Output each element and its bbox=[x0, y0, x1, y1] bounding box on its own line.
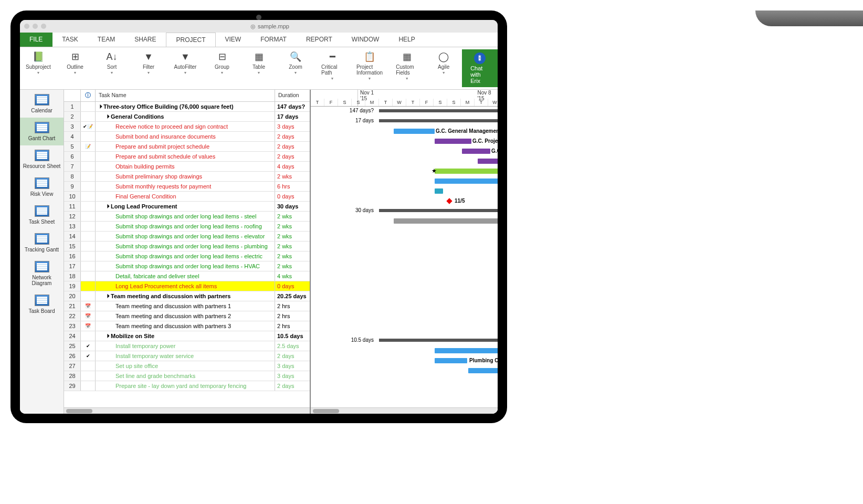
ribbon-critical-path[interactable]: ━Critical Path▼ bbox=[314, 49, 351, 87]
task-duration[interactable]: 3 days bbox=[275, 361, 310, 371]
ribbon-autofilter[interactable]: ▼AutoFilter▼ bbox=[167, 49, 204, 87]
task-duration[interactable]: 2 wks bbox=[275, 251, 310, 261]
task-name[interactable]: Submit bond and insurance documents bbox=[96, 132, 275, 141]
ribbon-agile[interactable]: ◯Agile▼ bbox=[425, 49, 462, 87]
task-row[interactable]: 18Detail, fabricate and deliver steel4 w… bbox=[64, 271, 310, 281]
task-row[interactable]: 22📅Team meeting and discussion with part… bbox=[64, 311, 310, 321]
menu-project[interactable]: PROJECT bbox=[166, 33, 215, 47]
task-duration[interactable]: 30 days bbox=[275, 202, 310, 211]
gantt-bar[interactable] bbox=[435, 348, 498, 353]
task-row[interactable]: 28Set line and grade benchmarks3 days bbox=[64, 371, 310, 381]
task-duration[interactable]: 20.25 days bbox=[275, 291, 310, 301]
ribbon-outline[interactable]: ⊞Outline▼ bbox=[57, 49, 93, 87]
task-duration[interactable]: 2 wks bbox=[275, 212, 310, 221]
task-duration[interactable]: 2 hrs bbox=[275, 301, 310, 311]
task-name[interactable]: Receive notice to proceed and sign contr… bbox=[96, 122, 275, 131]
task-row[interactable]: 6Prepare and submit schedule of values2 … bbox=[64, 152, 310, 162]
task-duration[interactable]: 0 days bbox=[275, 192, 310, 201]
ribbon-sort[interactable]: A↓Sort▼ bbox=[93, 49, 130, 87]
task-name[interactable]: Team meeting and discussion with partner… bbox=[96, 311, 275, 321]
gantt-summary-bar[interactable] bbox=[379, 339, 498, 342]
task-duration[interactable]: 2 days bbox=[275, 132, 310, 141]
chat-button[interactable]: ⁑Chat with Erix bbox=[462, 49, 498, 87]
task-list[interactable]: 1Three-story Office Building (76,000 squ… bbox=[64, 102, 310, 407]
sidebar-task-board[interactable]: Task Board bbox=[20, 290, 64, 318]
ribbon-table[interactable]: ▦Table▼ bbox=[240, 49, 277, 87]
task-row[interactable]: 5📝Prepare and submit project schedule2 d… bbox=[64, 142, 310, 152]
col-duration[interactable]: Duration bbox=[275, 90, 310, 101]
task-name[interactable]: Set up site office bbox=[96, 361, 275, 371]
sidebar-network-diagram[interactable]: Network Diagram bbox=[20, 257, 64, 290]
task-name[interactable]: Mobilize on Site bbox=[96, 331, 275, 341]
task-duration[interactable]: 17 days bbox=[275, 112, 310, 121]
task-duration[interactable]: 10.5 days bbox=[275, 331, 310, 341]
task-duration[interactable]: 2 days bbox=[275, 152, 310, 161]
task-row[interactable]: 27Set up site office3 days bbox=[64, 361, 310, 371]
task-name[interactable]: Team meeting and discussion with partner… bbox=[96, 301, 275, 311]
task-row[interactable]: 2General Conditions17 days bbox=[64, 112, 310, 122]
task-name[interactable]: Prepare site - lay down yard and tempora… bbox=[96, 381, 275, 391]
gantt-bar[interactable] bbox=[435, 178, 498, 184]
task-duration[interactable]: 2 days bbox=[275, 351, 310, 361]
menu-help[interactable]: HELP bbox=[389, 33, 425, 47]
sidebar-tracking-gantt[interactable]: Tracking Gantt bbox=[20, 229, 64, 257]
task-row[interactable]: 26✔Install temporary water service2 days bbox=[64, 351, 310, 361]
task-row[interactable]: 4Submit bond and insurance documents2 da… bbox=[64, 132, 310, 142]
task-name[interactable]: Submit monthly requests for payment bbox=[96, 182, 275, 191]
task-row[interactable]: 23📅Team meeting and discussion with part… bbox=[64, 321, 310, 331]
task-row[interactable]: 19Long Lead Procurement check all items0… bbox=[64, 281, 310, 291]
task-row[interactable]: 12Submit shop drawings and order long le… bbox=[64, 212, 310, 222]
task-name[interactable]: Long Lead Procurement bbox=[96, 202, 275, 211]
task-name[interactable]: Prepare and submit schedule of values bbox=[96, 152, 275, 161]
ribbon-custom-fields[interactable]: ▦Custom Fields▼ bbox=[388, 49, 425, 87]
task-row[interactable]: 9Submit monthly requests for payment6 hr… bbox=[64, 182, 310, 192]
gantt-bar[interactable] bbox=[435, 188, 443, 194]
task-row[interactable]: 10Final General Condition0 days bbox=[64, 192, 310, 202]
task-name[interactable]: Team meeting and discussion with partner… bbox=[96, 321, 275, 331]
task-row[interactable]: 29Prepare site - lay down yard and tempo… bbox=[64, 381, 310, 391]
menu-window[interactable]: WINDOW bbox=[342, 33, 390, 47]
ribbon-group[interactable]: ⊟Group▼ bbox=[204, 49, 240, 87]
gantt-body[interactable]: 147 days?17 daysG.C. General ManagementG… bbox=[311, 107, 498, 414]
task-name[interactable]: Submit shop drawings and order long lead… bbox=[96, 212, 275, 221]
task-name[interactable]: Set line and grade benchmarks bbox=[96, 371, 275, 381]
task-name[interactable]: Submit shop drawings and order long lead… bbox=[96, 222, 275, 231]
gantt-bar[interactable] bbox=[435, 139, 471, 144]
gantt-pane[interactable]: Nov 1 '15Nov 8 '15 TFSSMTWTFSSMTWTFS 147… bbox=[311, 90, 498, 414]
task-row[interactable]: 17Submit shop drawings and order long le… bbox=[64, 261, 310, 271]
task-name[interactable]: General Conditions bbox=[96, 112, 275, 121]
task-duration[interactable]: 2 wks bbox=[275, 172, 310, 181]
task-name[interactable]: Submit shop drawings and order long lead… bbox=[96, 242, 275, 251]
task-row[interactable]: 8Submit preliminary shop drawings2 wks bbox=[64, 172, 310, 182]
gantt-summary-bar[interactable] bbox=[379, 119, 498, 122]
task-name[interactable]: Submit shop drawings and order long lead… bbox=[96, 251, 275, 261]
gantt-bar[interactable] bbox=[435, 169, 498, 174]
task-duration[interactable]: 6 hrs bbox=[275, 182, 310, 191]
task-duration[interactable]: 3 days bbox=[275, 122, 310, 131]
task-row[interactable]: 7Obtain building permits4 days bbox=[64, 162, 310, 172]
task-duration[interactable]: 4 wks bbox=[275, 271, 310, 281]
ribbon-filter[interactable]: ▼Filter▼ bbox=[130, 49, 167, 87]
task-name[interactable]: Submit preliminary shop drawings bbox=[96, 172, 275, 181]
task-name[interactable]: Three-story Office Building (76,000 squa… bbox=[96, 102, 275, 111]
task-row[interactable]: 15Submit shop drawings and order long le… bbox=[64, 242, 310, 251]
task-row[interactable]: 16Submit shop drawings and order long le… bbox=[64, 251, 310, 261]
task-row[interactable]: 25✔Install temporary power2.5 days bbox=[64, 341, 310, 351]
menu-share[interactable]: SHARE bbox=[125, 33, 166, 47]
col-taskname[interactable]: Task Name bbox=[96, 90, 275, 101]
task-duration[interactable]: 2 wks bbox=[275, 242, 310, 251]
sidebar-risk-view[interactable]: Risk View bbox=[20, 173, 64, 201]
task-duration[interactable]: 2 hrs bbox=[275, 321, 310, 331]
task-name[interactable]: Final General Condition bbox=[96, 192, 275, 201]
task-name[interactable]: Long Lead Procurement check all items bbox=[96, 281, 275, 291]
task-duration[interactable]: 2 days bbox=[275, 381, 310, 391]
ribbon-subproject[interactable]: 📗Subproject▼ bbox=[20, 49, 57, 87]
task-name[interactable]: Detail, fabricate and deliver steel bbox=[96, 271, 275, 281]
menu-report[interactable]: REPORT bbox=[297, 33, 342, 47]
menu-file[interactable]: FILE bbox=[20, 33, 52, 47]
ribbon-project-information[interactable]: 📋Project Information▼ bbox=[351, 49, 388, 87]
gantt-bar[interactable] bbox=[394, 218, 498, 224]
task-duration[interactable]: 2 wks bbox=[275, 232, 310, 241]
task-duration[interactable]: 147 days? bbox=[275, 102, 310, 111]
task-name[interactable]: Install temporary water service bbox=[96, 351, 275, 361]
